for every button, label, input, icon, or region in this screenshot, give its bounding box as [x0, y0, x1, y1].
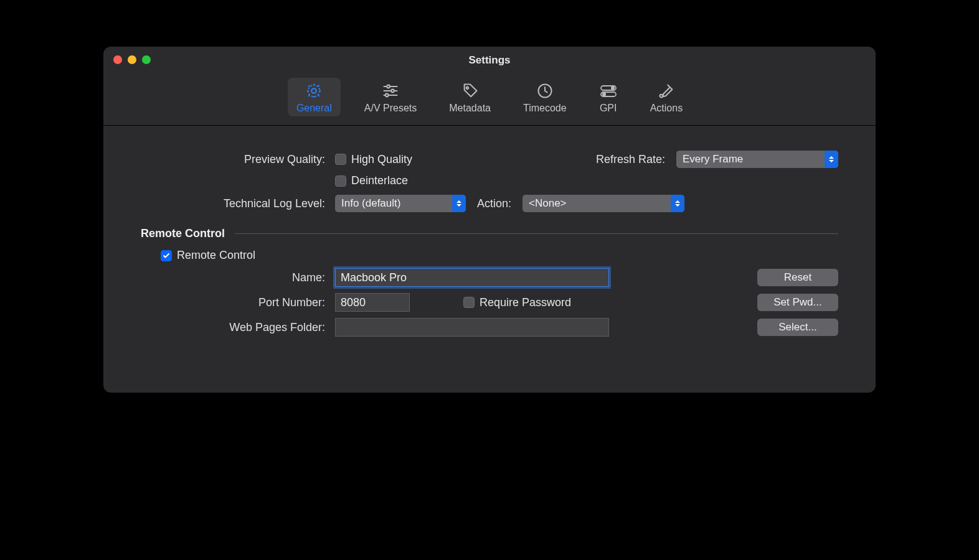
- checkbox-label: Remote Control: [177, 249, 255, 262]
- stepper-arrows-icon: [452, 195, 466, 212]
- cricket-bat-icon: [657, 82, 676, 100]
- tab-av-presets[interactable]: A/V Presets: [356, 78, 425, 116]
- gear-icon: [305, 82, 323, 100]
- svg-point-0: [312, 88, 316, 93]
- tab-label: Actions: [650, 103, 683, 114]
- high-quality-checkbox[interactable]: High Quality: [335, 153, 412, 166]
- checkbox-label: Require Password: [480, 296, 571, 309]
- select-value: <None>: [529, 197, 567, 210]
- port-input[interactable]: [335, 293, 410, 312]
- svg-point-8: [466, 87, 468, 90]
- tab-label: GPI: [600, 103, 617, 114]
- remote-control-section-header: Remote Control: [141, 227, 838, 240]
- checkbox-box-icon: [161, 250, 172, 261]
- remote-control-checkbox[interactable]: Remote Control: [161, 249, 255, 262]
- web-folder-label: Web Pages Folder:: [141, 321, 328, 334]
- svg-point-1: [308, 85, 320, 97]
- tab-metadata[interactable]: Metadata: [440, 78, 499, 116]
- refresh-rate-select[interactable]: Every Frame: [676, 151, 838, 168]
- sliders-icon: [381, 82, 400, 100]
- divider: [235, 233, 838, 234]
- traffic-lights: [113, 55, 151, 64]
- tab-label: Metadata: [449, 103, 491, 114]
- action-select[interactable]: <None>: [523, 195, 684, 212]
- deinterlace-checkbox[interactable]: Deinterlace: [335, 174, 408, 187]
- content-pane: Preview Quality: High Quality Refresh Ra…: [103, 126, 876, 393]
- settings-window: Settings General A/V Presets: [103, 47, 876, 393]
- set-password-button[interactable]: Set Pwd...: [757, 294, 838, 311]
- svg-point-14: [660, 95, 663, 98]
- close-window-button[interactable]: [113, 55, 122, 64]
- stepper-arrows-icon: [825, 151, 838, 168]
- tab-label: A/V Presets: [364, 103, 417, 114]
- checkbox-box-icon: [335, 175, 346, 187]
- minimize-window-button[interactable]: [128, 55, 136, 64]
- tab-gpi[interactable]: GPI: [590, 78, 627, 116]
- toolbar-tabs: General A/V Presets Metadata: [103, 74, 876, 126]
- require-password-checkbox[interactable]: Require Password: [463, 296, 571, 309]
- tab-actions[interactable]: Actions: [641, 78, 691, 116]
- port-label: Port Number:: [141, 296, 328, 309]
- select-value: Info (default): [341, 197, 400, 210]
- log-level-label: Technical Log Level:: [141, 197, 328, 210]
- svg-point-5: [391, 90, 394, 93]
- maximize-window-button[interactable]: [142, 55, 151, 64]
- tab-general[interactable]: General: [288, 78, 341, 116]
- titlebar: Settings: [103, 47, 876, 74]
- tab-label: General: [296, 103, 332, 114]
- name-input[interactable]: [335, 268, 609, 287]
- stepper-arrows-icon: [671, 195, 684, 212]
- refresh-rate-label: Refresh Rate:: [596, 153, 665, 166]
- select-folder-button[interactable]: Select...: [757, 319, 838, 336]
- clock-icon: [536, 82, 554, 100]
- tag-icon: [461, 82, 480, 100]
- svg-point-7: [385, 94, 389, 97]
- preview-quality-label: Preview Quality:: [141, 153, 328, 166]
- svg-point-13: [602, 93, 605, 95]
- checkbox-box-icon: [335, 154, 346, 165]
- log-level-select[interactable]: Info (default): [335, 195, 466, 212]
- svg-point-3: [387, 85, 390, 88]
- action-label: Action:: [477, 197, 511, 210]
- tab-timecode[interactable]: Timecode: [514, 78, 575, 116]
- select-value: Every Frame: [683, 153, 743, 166]
- web-folder-input[interactable]: [335, 318, 609, 337]
- section-title: Remote Control: [141, 227, 225, 240]
- toggles-icon: [599, 82, 618, 100]
- svg-point-11: [611, 86, 613, 89]
- tab-label: Timecode: [523, 103, 567, 114]
- checkbox-box-icon: [463, 297, 475, 308]
- name-label: Name:: [141, 271, 328, 284]
- checkbox-label: Deinterlace: [351, 174, 408, 187]
- checkbox-label: High Quality: [351, 153, 412, 166]
- window-title: Settings: [468, 54, 510, 67]
- reset-button[interactable]: Reset: [757, 269, 838, 286]
